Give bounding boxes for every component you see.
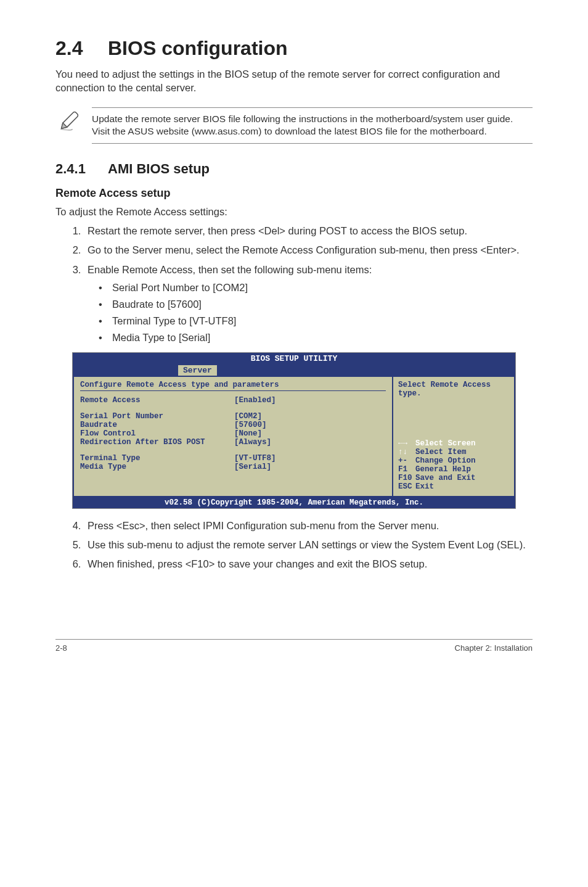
subsection-number: 2.4.1 — [55, 161, 108, 177]
note-block: Update the remote server BIOS file follo… — [58, 104, 533, 148]
bios-row: Baudrate[57600] — [80, 421, 386, 429]
pencil-note-icon — [58, 107, 92, 134]
list-item: Go to the Server menu, select the Remote… — [84, 243, 533, 257]
bios-row: Remote Access [Enabled] — [80, 396, 386, 405]
bios-left-pane: Configure Remote Access type and paramet… — [73, 376, 392, 497]
bios-label: Remote Access — [80, 396, 234, 405]
intro-paragraph: You need to adjust the settings in the B… — [55, 67, 533, 95]
topic-heading: Remote Access setup — [55, 187, 533, 200]
bios-help-row: F10Save and Exit — [398, 474, 509, 482]
bios-help-text: Select Screen — [415, 439, 476, 448]
bios-value: [None] — [234, 429, 262, 438]
bios-left-title: Configure Remote Access type and paramet… — [80, 381, 386, 391]
page-footer: 2-8 Chapter 2: Installation — [55, 639, 533, 653]
list-item: Enable Remote Access, then set the follo… — [84, 263, 533, 345]
bios-title: BIOS SETUP UTILITY — [73, 353, 515, 365]
bios-label: Redirection After BIOS POST — [80, 438, 234, 447]
list-item: Press <Esc>, then select IPMI Configurat… — [84, 519, 533, 533]
chapter-label: Chapter 2: Installation — [455, 643, 533, 653]
bios-help-row: +-Change Option — [398, 456, 509, 465]
list-item: Restart the remote server, then press <D… — [84, 224, 533, 238]
bios-help-text: Save and Exit — [415, 474, 476, 482]
section-heading: 2.4BIOS configuration — [55, 37, 533, 60]
bios-label: Media Type — [80, 463, 234, 471]
bios-help-key: ESC — [398, 482, 415, 491]
bios-value: [57600] — [234, 421, 267, 429]
bios-help-text: Change Option — [415, 456, 476, 465]
bios-row: Flow Control[None] — [80, 429, 386, 438]
bios-value: [VT-UTF8] — [234, 454, 276, 463]
bios-value: [Serial] — [234, 463, 271, 471]
bios-screenshot: BIOS SETUP UTILITY Server Configure Remo… — [72, 352, 516, 509]
bios-help-text: Exit — [415, 482, 434, 491]
bios-help-row: F1General Help — [398, 465, 509, 474]
bios-tab-row: Server — [73, 365, 515, 376]
arrows-ud-icon: ↑↓ — [398, 448, 415, 456]
list-item-text: Enable Remote Access, then set the follo… — [88, 264, 372, 275]
note-text: Update the remote server BIOS file follo… — [92, 107, 533, 144]
list-item: Use this sub-menu to adjust the remote s… — [84, 538, 533, 552]
bios-help-text: Select Item — [415, 448, 467, 456]
bios-label: Baudrate — [80, 421, 234, 429]
bullet-list: Serial Port Number to [COM2] Baudrate to… — [88, 281, 533, 345]
bios-value: [Enabled] — [234, 396, 276, 405]
bios-help-row: ESCExit — [398, 482, 509, 491]
list-item: Baudrate to [57600] — [99, 297, 533, 311]
subsection-heading: 2.4.1AMI BIOS setup — [55, 161, 533, 177]
bios-footer: v02.58 (C)Copyright 1985-2004, American … — [73, 497, 515, 508]
list-item: Serial Port Number to [COM2] — [99, 281, 533, 295]
bios-row: Media Type[Serial] — [80, 463, 386, 471]
section-title-text: BIOS configuration — [108, 37, 288, 59]
bios-help-key: +- — [398, 456, 415, 465]
bios-help-text: General Help — [415, 465, 471, 474]
subsection-title-text: AMI BIOS setup — [108, 161, 210, 176]
steps-list-a: Restart the remote server, then press <D… — [55, 224, 533, 345]
bios-row: Redirection After BIOS POST[Always] — [80, 438, 386, 447]
bios-help-row: ←→Select Screen — [398, 439, 509, 448]
bios-tab-server: Server — [178, 365, 218, 376]
bios-label: Terminal Type — [80, 454, 234, 463]
list-item: When finished, press <F10> to save your … — [84, 557, 533, 571]
steps-list-b: Press <Esc>, then select IPMI Configurat… — [55, 519, 533, 571]
bios-value: [Always] — [234, 438, 271, 447]
arrows-lr-icon: ←→ — [398, 439, 415, 448]
bios-help-list: ←→Select Screen ↑↓Select Item +-Change O… — [398, 439, 509, 491]
bios-right-pane: Select Remote Access type. ←→Select Scre… — [392, 376, 515, 497]
bios-help-description: Select Remote Access type. — [398, 381, 509, 398]
bios-help-row: ↑↓Select Item — [398, 448, 509, 456]
list-item: Media Type to [Serial] — [99, 331, 533, 345]
bios-body: Configure Remote Access type and paramet… — [73, 376, 515, 497]
bios-label: Flow Control — [80, 429, 234, 438]
bios-row: Serial Port Number[COM2] — [80, 412, 386, 421]
bios-value: [COM2] — [234, 412, 262, 421]
bios-help-key: F10 — [398, 474, 415, 482]
list-item: Terminal Type to [VT-UTF8] — [99, 314, 533, 328]
bios-help-key: F1 — [398, 465, 415, 474]
page-number: 2-8 — [55, 643, 67, 653]
topic-lead: To adjust the Remote Access settings: — [55, 206, 533, 218]
section-number: 2.4 — [55, 37, 108, 60]
bios-label: Serial Port Number — [80, 412, 234, 421]
bios-row: Terminal Type[VT-UTF8] — [80, 454, 386, 463]
